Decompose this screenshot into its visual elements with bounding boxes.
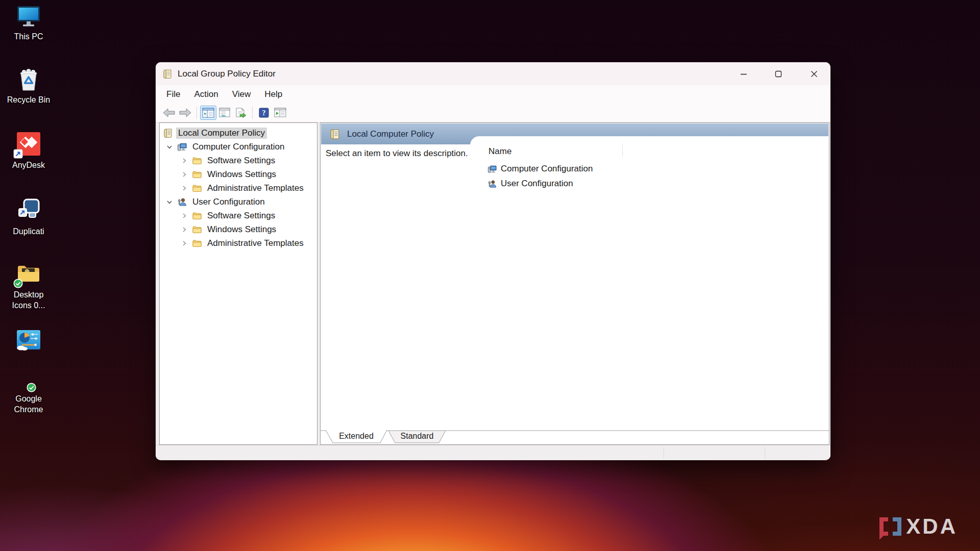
window-title: Local Group Policy Editor (178, 69, 276, 79)
column-divider[interactable] (622, 143, 623, 157)
desktop-icon-settings-tile[interactable] (4, 329, 53, 353)
tree-item-administrative-templates[interactable]: Administrative Templates (160, 236, 317, 250)
folder-icon (192, 169, 202, 180)
desktop-icon-duplicati[interactable]: Duplicati (4, 197, 53, 237)
show-console-tree-button[interactable] (200, 106, 216, 120)
item-list-panel: Name Computer Configuration User Configu… (470, 136, 828, 444)
desktop-icon-google-chrome[interactable]: Google Chrome (4, 391, 53, 415)
export-list-button[interactable] (233, 106, 249, 120)
properties-button[interactable] (216, 106, 233, 120)
chevron-right-icon[interactable] (181, 158, 187, 164)
menu-file[interactable]: File (166, 89, 180, 99)
desktop-icon-label: Recycle Bin (7, 94, 50, 105)
tree-item-windows-settings[interactable]: Windows Settings (160, 222, 317, 236)
description-hint: Select an item to view its description. (326, 148, 468, 159)
computer-icon (487, 164, 497, 174)
desktop: { "desktop": { "icons": [ { "label": "Th… (0, 0, 980, 551)
gpo-scroll-icon (329, 129, 340, 140)
desktop-icon-label: This PC (14, 31, 43, 42)
desktop-icon-this-pc[interactable]: This PC (4, 5, 53, 42)
minimize-button[interactable] (732, 62, 755, 85)
folder-icon (192, 224, 202, 235)
view-tab-bar: Extended Standard (321, 430, 829, 444)
tree-item-windows-settings[interactable]: Windows Settings (160, 167, 317, 181)
toolbar: ? (156, 104, 830, 122)
settings-tile-icon (16, 329, 41, 350)
shortcut-arrow-badge (13, 149, 23, 159)
xda-watermark-text: XDA (906, 516, 958, 537)
computer-icon (177, 142, 187, 152)
desktop-icon-label: Desktop Icons 0... (5, 289, 52, 311)
title-bar[interactable]: Local Group Policy Editor (156, 62, 830, 85)
chevron-right-icon[interactable] (181, 171, 187, 178)
tree-item-software-settings[interactable]: Software Settings (160, 209, 317, 222)
console-content: Local Computer Policy Computer Configura… (156, 122, 830, 445)
desktop-icon-anydesk[interactable]: AnyDesk (4, 131, 53, 170)
chevron-down-icon[interactable] (166, 144, 173, 150)
desktop-icon-label: AnyDesk (12, 160, 45, 170)
tree-item-user-configuration[interactable]: User Configuration (160, 195, 317, 209)
status-bar (156, 445, 830, 460)
extended-view-button[interactable] (272, 106, 288, 120)
sync-check-badge (27, 383, 36, 392)
toolbar-separator (252, 107, 253, 119)
forward-button[interactable] (177, 106, 193, 120)
chevron-down-icon[interactable] (166, 199, 173, 205)
desktop-icon-recycle-bin[interactable]: Recycle Bin (4, 66, 53, 105)
help-button[interactable]: ? (256, 106, 272, 120)
selected-node-title: Local Computer Policy (347, 129, 434, 139)
menu-bar: File Action View Help (156, 85, 830, 104)
console-tree-pane: Local Computer Policy Computer Configura… (159, 122, 317, 445)
folder-photo-icon (15, 263, 42, 287)
chevron-right-icon[interactable] (181, 240, 187, 246)
user-icon (487, 179, 497, 189)
recycle-bin-icon (16, 66, 41, 92)
desktop-icon-desktop-icons-folder[interactable]: Desktop Icons 0... (4, 263, 53, 311)
list-item-computer-configuration[interactable]: Computer Configuration (487, 164, 593, 174)
folder-icon (192, 183, 202, 193)
xda-bracket-right-icon (893, 517, 901, 536)
status-bar-separator (664, 447, 664, 459)
results-pane: Local Computer Policy Name Computer Conf… (320, 122, 829, 445)
desktop-icon-label: Duplicati (13, 226, 44, 237)
maximize-icon (775, 70, 782, 78)
list-item-user-configuration[interactable]: User Configuration (487, 179, 573, 189)
back-arrow-icon (162, 108, 176, 118)
menu-view[interactable]: View (232, 89, 251, 99)
back-button[interactable] (161, 106, 177, 120)
tab-extended[interactable]: Extended (336, 432, 377, 441)
close-button[interactable] (803, 62, 825, 85)
chevron-right-icon[interactable] (181, 227, 187, 233)
minimize-icon (740, 70, 747, 78)
menu-help[interactable]: Help (264, 89, 282, 99)
folder-icon (192, 156, 202, 166)
status-bar-separator (765, 447, 765, 459)
console-tree-icon (202, 108, 214, 118)
tree-item-software-settings[interactable]: Software Settings (160, 154, 317, 167)
chevron-right-icon[interactable] (181, 213, 187, 219)
help-icon: ? (259, 108, 269, 118)
tree-item-administrative-templates[interactable]: Administrative Templates (160, 181, 317, 195)
svg-text:?: ? (262, 109, 266, 117)
maximize-button[interactable] (767, 62, 790, 85)
duplicati-icon (15, 197, 42, 223)
gpedit-scroll-icon (162, 69, 173, 79)
forward-arrow-icon (179, 108, 192, 118)
menu-action[interactable]: Action (194, 89, 218, 99)
chevron-right-icon[interactable] (181, 185, 187, 191)
xda-bracket-left-icon (879, 517, 888, 536)
tab-standard[interactable]: Standard (397, 432, 437, 441)
xda-watermark: XDA (879, 516, 958, 537)
toolbar-separator (197, 107, 197, 119)
folder-icon (192, 211, 202, 221)
this-pc-icon (15, 5, 42, 29)
gpo-scroll-icon (163, 128, 173, 138)
tree-item-local-computer-policy[interactable]: Local Computer Policy (160, 126, 317, 140)
gpedit-window: Local Group Policy Editor File Action Vi… (156, 62, 830, 460)
properties-window-icon (218, 108, 231, 118)
sync-check-badge (13, 279, 23, 288)
desktop-icon-label: Google Chrome (5, 393, 52, 415)
column-header-name[interactable]: Name (488, 146, 511, 157)
user-icon (177, 197, 187, 207)
tree-item-computer-configuration[interactable]: Computer Configuration (160, 140, 317, 154)
